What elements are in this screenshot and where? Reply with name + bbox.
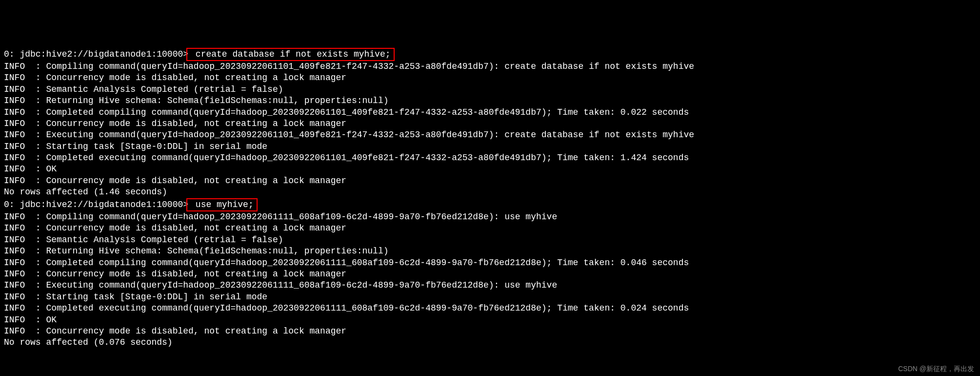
terminal-line: No rows affected (1.46 seconds) — [4, 187, 976, 198]
terminal-line: INFO : Executing command(queryId=hadoop_… — [4, 129, 976, 141]
terminal-line: INFO : OK — [4, 164, 976, 175]
terminal-output[interactable]: 0: jdbc:hive2://bigdatanode1:10000> crea… — [4, 48, 976, 349]
terminal-line: INFO : Compiling command(queryId=hadoop_… — [4, 61, 976, 72]
terminal-line: INFO : Semantic Analysis Completed (retr… — [4, 84, 976, 95]
terminal-line: INFO : Concurrency mode is disabled, not… — [4, 223, 976, 234]
terminal-line: INFO : Completed executing command(query… — [4, 303, 976, 314]
terminal-line: INFO : Executing command(queryId=hadoop_… — [4, 280, 976, 291]
terminal-line: INFO : Concurrency mode is disabled, not… — [4, 175, 976, 187]
terminal-line: 0: jdbc:hive2://bigdatanode1:10000> use … — [4, 198, 976, 211]
terminal-line: INFO : Semantic Analysis Completed (retr… — [4, 234, 976, 246]
terminal-line: INFO : Returning Hive schema: Schema(fie… — [4, 246, 976, 257]
terminal-line: INFO : OK — [4, 314, 976, 326]
terminal-line: INFO : Concurrency mode is disabled, not… — [4, 118, 976, 129]
terminal-line: INFO : Starting task [Stage-0:DDL] in se… — [4, 292, 976, 303]
terminal-line: INFO : Completed compiling command(query… — [4, 107, 976, 118]
terminal-line: INFO : Completed executing command(query… — [4, 152, 976, 164]
terminal-line: INFO : Concurrency mode is disabled, not… — [4, 72, 976, 84]
terminal-line: INFO : Compiling command(queryId=hadoop_… — [4, 211, 976, 223]
terminal-line: 0: jdbc:hive2://bigdatanode1:10000> crea… — [4, 48, 976, 61]
terminal-line: INFO : Concurrency mode is disabled, not… — [4, 269, 976, 280]
prompt: 0: jdbc:hive2://bigdatanode1:10000> — [4, 200, 188, 209]
prompt: 0: jdbc:hive2://bigdatanode1:10000> — [4, 49, 188, 59]
csdn-watermark: CSDN @新征程，再出发 — [898, 364, 974, 373]
sql-command-highlight: create database if not exists myhive; — [186, 48, 394, 61]
terminal-line: INFO : Concurrency mode is disabled, not… — [4, 326, 976, 337]
terminal-line: INFO : Starting task [Stage-0:DDL] in se… — [4, 141, 976, 152]
sql-command-highlight: use myhive; — [186, 198, 258, 211]
terminal-line: INFO : Completed compiling command(query… — [4, 257, 976, 269]
terminal-line: INFO : Returning Hive schema: Schema(fie… — [4, 95, 976, 106]
terminal-line: No rows affected (0.076 seconds) — [4, 337, 976, 348]
